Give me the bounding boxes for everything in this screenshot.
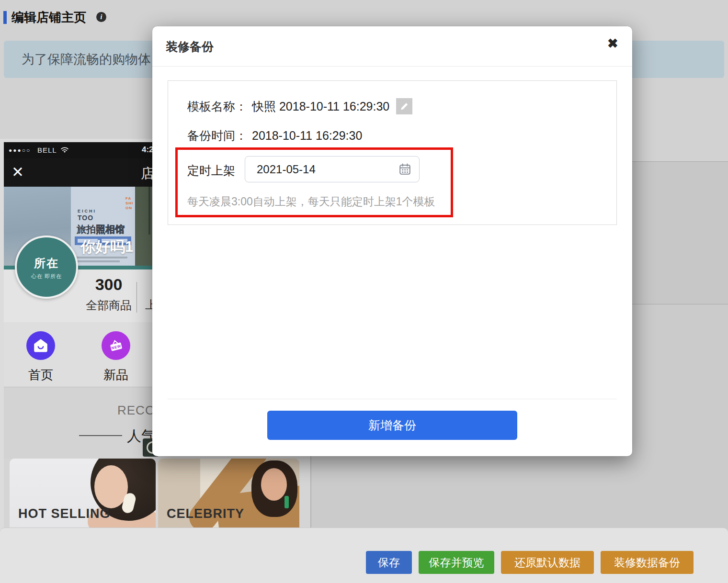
fashion-vertical-label: FASHION	[125, 196, 134, 211]
shop-logo[interactable]: 所在 心在 即所在	[15, 235, 78, 299]
brand-name-big: TOO	[78, 214, 93, 222]
shop-logo-text: 所在	[17, 256, 76, 271]
card-label-hot-selling: HOT SELLING	[18, 506, 111, 521]
save-and-preview-button[interactable]: 保存并预览	[419, 551, 494, 574]
page: 编辑店铺主页 i 为了保障流畅的购物体 ●●●○○ BELL 4:21 ✕	[0, 0, 728, 583]
template-name-label: 模板名称：	[187, 99, 247, 114]
banner-headline: 旅拍照相馆	[77, 223, 125, 236]
brand-name-small: EICHI	[78, 209, 96, 213]
card-label-celebrity: CELEBRITY	[167, 506, 244, 521]
banner-caption-line	[76, 260, 120, 262]
schedule-date-field	[245, 156, 420, 182]
preview-close-icon: ✕	[11, 163, 24, 181]
carrier-label: BELL	[37, 146, 57, 154]
banner-overlay-title: 你好吗1	[80, 237, 133, 257]
info-icon[interactable]: i	[96, 12, 106, 22]
template-name-row: 模板名称： 快照 2018-10-11 16:29:30	[187, 98, 412, 114]
stats-divider	[136, 282, 137, 313]
model-earring-art	[284, 496, 289, 508]
template-name-value: 快照 2018-10-11 16:29:30	[252, 99, 389, 114]
nav-item-home[interactable]: 首页	[26, 331, 55, 383]
home-icon	[26, 331, 55, 360]
schedule-date-input[interactable]	[245, 156, 420, 182]
model-face-art	[261, 468, 287, 501]
backup-time-value: 2018-10-11 16:29:30	[252, 129, 362, 143]
nav-item-new[interactable]: NEW 新品	[102, 331, 130, 383]
edit-template-name-button[interactable]	[396, 98, 412, 114]
all-products-count: 300	[78, 275, 140, 294]
save-button[interactable]: 保存	[366, 551, 412, 574]
schedule-label: 定时上架	[187, 163, 235, 179]
schedule-hint: 每天凌晨3:00自动上架，每天只能定时上架1个模板	[187, 194, 435, 209]
wifi-icon	[59, 146, 70, 156]
all-products-stat[interactable]: 300 全部商品	[78, 275, 140, 313]
modal-title: 装修备份	[166, 39, 214, 55]
decoration-data-backup-button[interactable]: 装修数据备份	[601, 551, 694, 574]
product-card-hot-selling[interactable]: HOT SELLING	[10, 459, 156, 531]
decoration-backup-modal: 装修备份 ✖ 模板名称： 快照 2018-10-11 16:29:30 备份时间…	[152, 26, 632, 456]
add-backup-button[interactable]: 新增备份	[267, 411, 517, 440]
recommend-rule-line	[79, 435, 122, 436]
backup-time-row: 备份时间： 2018-10-11 16:29:30	[187, 128, 362, 144]
all-products-label: 全部商品	[78, 298, 140, 313]
modal-footer-divider	[168, 399, 617, 399]
nav-item-new-label: 新品	[102, 367, 130, 383]
modal-close-icon[interactable]: ✖	[607, 36, 618, 51]
page-title: 编辑店铺主页	[11, 9, 86, 26]
product-card-celebrity[interactable]: CELEBRITY	[158, 459, 299, 531]
signal-dots-icon: ●●●○○	[9, 147, 31, 154]
schedule-highlight-zone: 定时上架	[175, 147, 453, 217]
calendar-icon[interactable]	[398, 162, 412, 176]
footer-buttons: 保存 保存并预览 还原默认数据 装修数据备份	[366, 551, 694, 574]
nav-item-home-label: 首页	[26, 367, 55, 383]
backup-time-label: 备份时间：	[187, 128, 247, 144]
backup-info-box: 模板名称： 快照 2018-10-11 16:29:30 备份时间： 2018-…	[168, 80, 617, 225]
shop-logo-slogan: 心在 即所在	[17, 273, 76, 280]
new-products-icon: NEW	[102, 331, 130, 360]
restore-default-data-button[interactable]: 还原默认数据	[501, 551, 594, 574]
modal-header-divider	[152, 66, 632, 67]
footer-action-bar: 保存 保存并预览 还原默认数据 装修数据备份	[0, 527, 728, 583]
header-accent-bar	[3, 11, 7, 24]
